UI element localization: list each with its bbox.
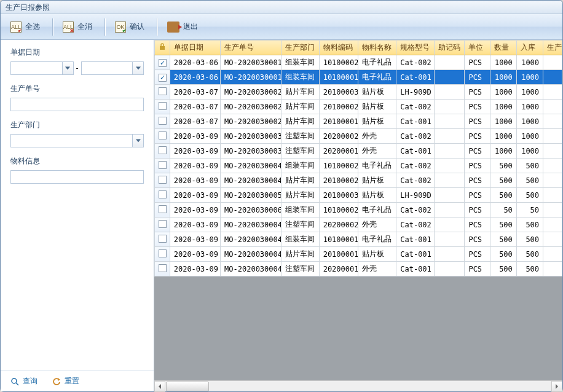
cell-date[interactable]: 2020-03-09 [170, 188, 220, 203]
row-checkbox-cell[interactable] [155, 85, 170, 100]
cell-qty[interactable]: 1000 [490, 144, 516, 159]
cell-dept[interactable]: 组装车间 [281, 232, 319, 247]
row-checkbox[interactable] [159, 235, 167, 243]
cell-dept[interactable]: 组装车间 [281, 203, 319, 218]
cell-itemname[interactable]: 电子礼品 [358, 55, 396, 70]
cell-unit[interactable]: PCS [465, 144, 490, 159]
col-qty[interactable]: 数量 [490, 41, 516, 55]
cell-itemno[interactable]: 10100002 [319, 55, 358, 70]
col-itemname[interactable]: 物料名称 [358, 41, 396, 55]
cell-itemname[interactable]: 外壳 [358, 129, 396, 144]
cell-prod[interactable] [543, 203, 562, 218]
cell-dept[interactable]: 贴片车间 [281, 114, 319, 129]
cell-inqty[interactable]: 1000 [516, 100, 543, 114]
row-checkbox[interactable] [159, 102, 167, 110]
cell-mnemonic[interactable] [435, 159, 465, 173]
cell-inqty[interactable]: 50 [516, 203, 543, 218]
row-checkbox-cell[interactable] [155, 159, 170, 173]
cell-prod[interactable] [543, 247, 562, 262]
cell-date[interactable]: 2020-03-09 [170, 129, 220, 144]
cell-prod[interactable] [543, 114, 562, 129]
row-checkbox[interactable] [159, 161, 167, 169]
cell-itemno[interactable]: 10100002 [319, 203, 358, 218]
dept-input[interactable] [11, 135, 132, 147]
cell-mono[interactable]: MO-2020030002 [221, 85, 282, 100]
cell-inqty[interactable]: 1000 [516, 114, 543, 129]
cell-mono[interactable]: MO-2020030001 [221, 55, 282, 70]
cell-inqty[interactable]: 500 [516, 218, 543, 232]
row-checkbox-cell[interactable] [155, 218, 170, 232]
cell-spec[interactable]: Cat-001 [396, 70, 435, 85]
cell-dept[interactable]: 注塑车间 [281, 262, 319, 276]
cell-qty[interactable]: 50 [490, 203, 516, 218]
cell-date[interactable]: 2020-03-09 [170, 173, 220, 188]
table-row[interactable]: 2020-03-09MO-2020030006组装车间10100002电子礼品C… [155, 203, 562, 218]
cell-dept[interactable]: 贴片车间 [281, 247, 319, 262]
col-prod[interactable]: 生产 [543, 41, 562, 55]
cell-mono[interactable]: MO-2020030004 [221, 218, 282, 232]
row-checkbox[interactable] [159, 220, 167, 228]
cell-spec[interactable]: Cat-002 [396, 100, 435, 114]
cell-itemno[interactable]: 20200002 [319, 129, 358, 144]
row-checkbox[interactable] [159, 87, 167, 95]
cell-inqty[interactable]: 1000 [516, 144, 543, 159]
cell-mono[interactable]: MO-2020030001 [221, 70, 282, 85]
cell-qty[interactable]: 1000 [490, 100, 516, 114]
confirm-button[interactable]: OK 确认 [109, 19, 151, 35]
cell-unit[interactable]: PCS [465, 218, 490, 232]
table-row[interactable]: 2020-03-06MO-2020030001组装车间10100002电子礼品C… [155, 55, 562, 70]
row-checkbox-cell[interactable] [155, 232, 170, 247]
cell-unit[interactable]: PCS [465, 114, 490, 129]
cell-spec[interactable]: Cat-002 [396, 173, 435, 188]
row-checkbox[interactable] [159, 131, 167, 139]
cell-prod[interactable] [543, 144, 562, 159]
row-checkbox[interactable] [159, 176, 167, 184]
cell-qty[interactable]: 1000 [490, 129, 516, 144]
cell-itemno[interactable]: 20100002 [319, 100, 358, 114]
cell-mono[interactable]: MO-2020030004 [221, 159, 282, 173]
item-input[interactable] [10, 170, 144, 184]
cell-itemno[interactable]: 20200001 [319, 144, 358, 159]
scroll-left-button[interactable] [154, 381, 165, 392]
horizontal-scrollbar[interactable] [154, 380, 562, 391]
cell-dept[interactable]: 贴片车间 [281, 188, 319, 203]
row-checkbox-cell[interactable] [155, 70, 170, 85]
col-inqty[interactable]: 入库 [516, 41, 543, 55]
cell-date[interactable]: 2020-03-09 [170, 144, 220, 159]
row-checkbox[interactable] [159, 146, 167, 154]
cell-unit[interactable]: PCS [465, 129, 490, 144]
cell-itemname[interactable]: 贴片板 [358, 247, 396, 262]
cell-prod[interactable] [543, 85, 562, 100]
cell-unit[interactable]: PCS [465, 247, 490, 262]
cell-spec[interactable]: Cat-002 [396, 203, 435, 218]
row-checkbox[interactable] [159, 249, 167, 257]
table-row[interactable]: 2020-03-06MO-2020030001组装车间10100001电子礼品C… [155, 70, 562, 85]
cell-itemno[interactable]: 20100002 [319, 173, 358, 188]
cell-unit[interactable]: PCS [465, 188, 490, 203]
cell-dept[interactable]: 组装车间 [281, 159, 319, 173]
table-row[interactable]: 2020-03-09MO-2020030004注塑车间20200002外壳Cat… [155, 218, 562, 232]
col-date[interactable]: 单据日期 [170, 41, 220, 55]
cell-date[interactable]: 2020-03-09 [170, 232, 220, 247]
cell-date[interactable]: 2020-03-07 [170, 114, 220, 129]
cell-itemname[interactable]: 外壳 [358, 262, 396, 276]
cell-mono[interactable]: MO-2020030004 [221, 232, 282, 247]
row-checkbox[interactable] [159, 59, 167, 67]
cell-inqty[interactable]: 1000 [516, 85, 543, 100]
cell-dept[interactable]: 贴片车间 [281, 85, 319, 100]
cell-itemname[interactable]: 贴片板 [358, 85, 396, 100]
deselect-all-button[interactable]: ALL 全消 [57, 19, 98, 35]
cell-qty[interactable]: 1000 [490, 114, 516, 129]
cell-mnemonic[interactable] [435, 218, 465, 232]
cell-date[interactable]: 2020-03-09 [170, 262, 220, 276]
grid-scroll[interactable]: 单据日期 生产单号 生产部门 物料编码 物料名称 规格型号 助记码 单位 数量 … [154, 40, 562, 380]
col-mnemonic[interactable]: 助记码 [435, 41, 465, 55]
col-unit[interactable]: 单位 [465, 41, 490, 55]
cell-qty[interactable]: 1000 [490, 55, 516, 70]
cell-spec[interactable]: Cat-001 [396, 262, 435, 276]
cell-date[interactable]: 2020-03-06 [170, 70, 220, 85]
cell-spec[interactable]: Cat-001 [396, 144, 435, 159]
reset-button[interactable]: 重置 [52, 376, 79, 386]
cell-itemno[interactable]: 20100003 [319, 188, 358, 203]
scroll-thumb[interactable] [166, 382, 209, 391]
